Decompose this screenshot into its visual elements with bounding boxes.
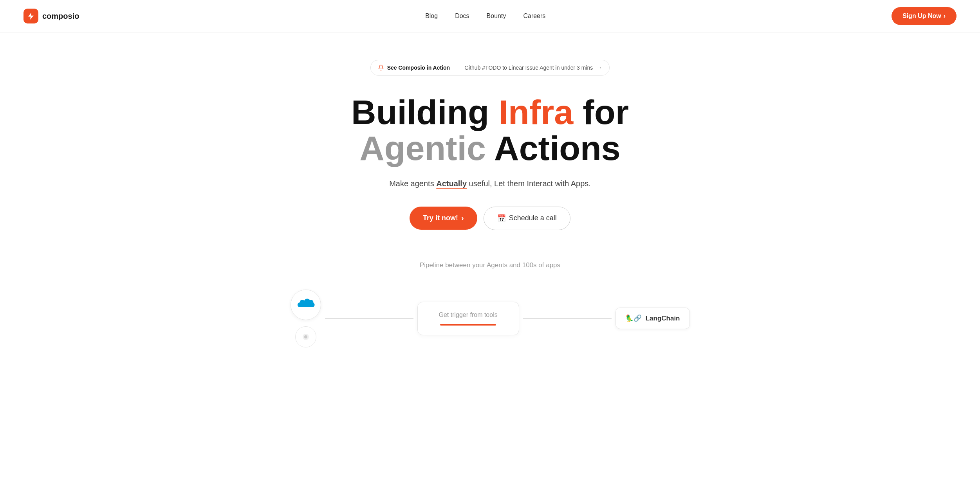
main-headline: Building Infra for Agentic Actions [351,94,629,167]
right-connector [523,318,612,319]
orange-progress-strip [440,324,496,326]
salesforce-app-circle [291,290,321,320]
second-app-circle [295,326,316,347]
logo-text: composio [42,12,79,21]
bell-icon [378,65,384,71]
nav-blog[interactable]: Blog [425,13,438,20]
langchain-icon: 🦜🔗 [625,314,642,322]
second-app-icon [301,332,310,342]
right-apps: 🦜🔗 LangChain [615,308,690,329]
calendar-icon: 📅 [497,214,506,223]
left-connector [325,318,413,319]
announce-arrow: → [596,64,602,71]
subheadline: Make agents Actually useful, Let them In… [389,178,591,189]
pipeline-label: Pipeline between your Agents and 100s of… [420,261,560,269]
hero-section: See Composio in Action Github #TODO to L… [0,32,980,377]
langchain-label: LangChain [646,315,680,322]
cta-group: Try it now! › 📅 Schedule a call [410,207,570,230]
main-nav: Blog Docs Bounty Careers [425,13,545,20]
center-box-bottom [433,324,503,326]
pipeline-diagram: Get trigger from tools 🦜🔗 LangChain [275,283,706,354]
header: composio Blog Docs Bounty Careers Sign U… [0,0,980,32]
logo[interactable]: composio [23,9,79,23]
langchain-badge: 🦜🔗 LangChain [615,308,690,329]
center-box: Get trigger from tools [417,302,519,335]
try-it-now-button[interactable]: Try it now! › [410,207,477,230]
svg-point-1 [304,335,307,338]
nav-bounty[interactable]: Bounty [487,13,506,20]
nav-docs[interactable]: Docs [455,13,469,20]
announcement-bar[interactable]: See Composio in Action Github #TODO to L… [370,60,610,76]
logo-icon [23,9,38,23]
bolt-icon [27,12,35,20]
announce-right: Github #TODO to Linear Issue Agent in un… [457,60,609,75]
left-apps [291,290,321,347]
schedule-call-button[interactable]: 📅 Schedule a call [484,207,570,230]
nav-careers[interactable]: Careers [523,13,545,20]
pipeline-section: Pipeline between your Agents and 100s of… [16,261,964,354]
signup-button[interactable]: Sign Up Now › [892,7,957,25]
salesforce-icon [297,298,315,311]
announce-left: See Composio in Action [371,61,458,75]
